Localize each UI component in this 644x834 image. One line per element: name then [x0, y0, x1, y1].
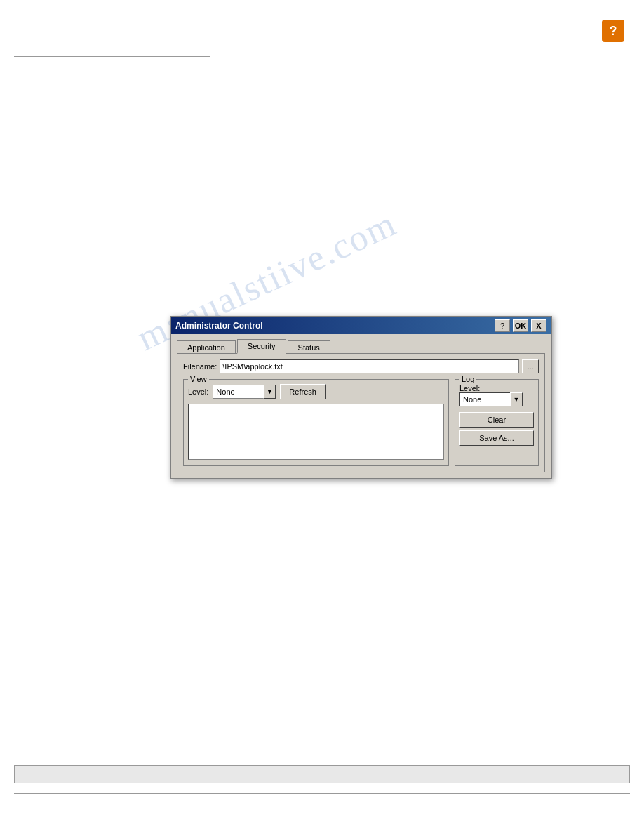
bottom-rule — [14, 793, 630, 794]
view-level-label: Level: — [188, 388, 208, 396]
tab-security[interactable]: Security — [237, 339, 286, 354]
log-level-select[interactable]: None Low Medium High — [459, 392, 523, 406]
view-level-select-wrapper: None Low Medium High ▼ — [213, 385, 276, 399]
sub-rule — [14, 56, 210, 57]
save-as-button[interactable]: Save As... — [459, 430, 534, 446]
admin-control-dialog: Administrator Control ? OK X Application… — [170, 316, 552, 479]
top-rule — [14, 39, 630, 39]
view-level-row: Level: None Low Medium High ▼ Refresh — [188, 384, 444, 399]
help-icon[interactable]: ? — [602, 20, 624, 42]
dialog-question-button[interactable]: ? — [495, 319, 510, 332]
filename-input[interactable] — [220, 359, 519, 373]
refresh-button[interactable]: Refresh — [280, 384, 326, 399]
help-icon-label: ? — [610, 24, 617, 39]
dialog-titlebar: Administrator Control ? OK X — [171, 317, 551, 334]
log-panel: Log Level: None Low Medium High ▼ — [455, 379, 539, 466]
titlebar-buttons: ? OK X — [495, 319, 546, 332]
view-textarea[interactable] — [188, 404, 444, 460]
panels-row: View Level: None Low Medium High ▼ — [183, 379, 539, 466]
dialog-tabs: Application Security Status — [177, 338, 545, 353]
tab-status[interactable]: Status — [288, 340, 330, 354]
tab-application[interactable]: Application — [177, 340, 236, 354]
log-level-select-wrapper: None Low Medium High ▼ — [459, 392, 523, 406]
clear-button[interactable]: Clear — [459, 412, 534, 428]
log-panel-legend: Log — [459, 375, 476, 383]
log-level-label: Level: — [459, 384, 480, 392]
view-panel: View Level: None Low Medium High ▼ — [183, 379, 449, 466]
dialog-ok-button[interactable]: OK — [513, 319, 528, 332]
bottom-bar — [14, 765, 630, 783]
tab-content: Filename: ... View Level: None Low — [177, 353, 545, 472]
filename-label: Filename: — [183, 362, 217, 371]
log-level-row: Level: None Low Medium High ▼ — [459, 384, 534, 406]
dialog-close-button[interactable]: X — [531, 319, 546, 332]
view-panel-legend: View — [188, 375, 209, 383]
dialog-title: Administrator Control — [175, 321, 263, 331]
dialog-body: Application Security Status Filename: ..… — [171, 334, 551, 478]
mid-rule — [14, 190, 630, 190]
browse-button[interactable]: ... — [522, 359, 539, 373]
view-level-select[interactable]: None Low Medium High — [213, 385, 276, 399]
filename-row: Filename: ... — [183, 359, 539, 373]
